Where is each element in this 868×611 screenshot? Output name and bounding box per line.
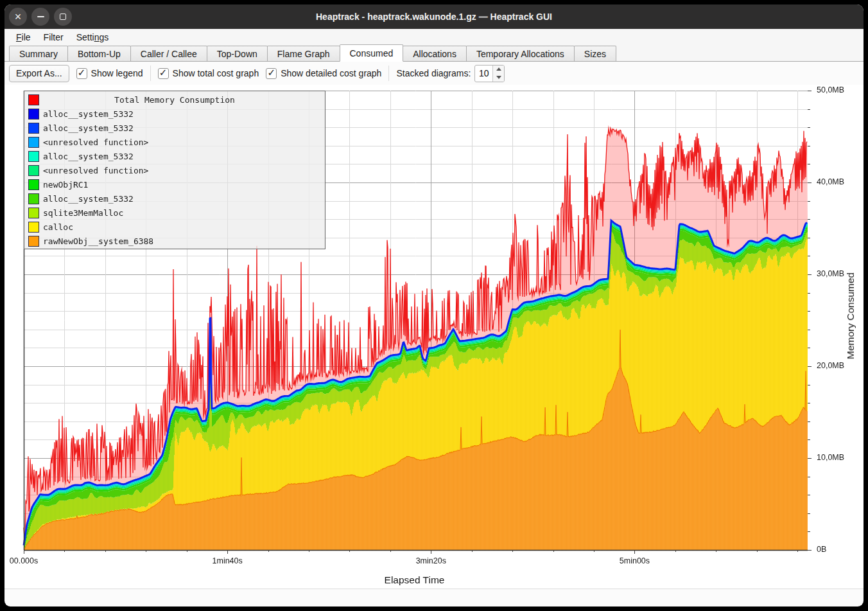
checkbox-box[interactable]: ✓ xyxy=(76,68,87,79)
y-tick-label: 40,0MB xyxy=(817,177,844,186)
chart-legend: Total Memory Consumptionalloc__system_53… xyxy=(24,91,326,249)
legend-item: alloc__system_5332 xyxy=(28,191,325,206)
spin-down-icon[interactable] xyxy=(493,73,504,82)
legend-swatch-icon xyxy=(28,94,39,105)
legend-swatch-icon xyxy=(28,179,39,190)
y-tick-label: 30,0MB xyxy=(817,269,844,278)
legend-swatch-icon xyxy=(28,137,39,148)
checkbox-show-legend[interactable]: ✓Show legend xyxy=(76,68,143,79)
menu-item-filter[interactable]: Filter xyxy=(37,30,70,44)
toolbar: Export As... ✓Show legend✓Show total cos… xyxy=(4,62,864,85)
tab-bottom-up[interactable]: Bottom-Up xyxy=(67,46,131,61)
legend-item: alloc__system_5332 xyxy=(28,121,325,135)
app-window: × Heaptrack - heaptrack.wakunode.1.gz — … xyxy=(4,4,864,607)
legend-item: Total Memory Consumption xyxy=(28,93,325,107)
tab-temporary-allocations[interactable]: Temporary Allocations xyxy=(466,46,575,61)
toolbar-separator xyxy=(388,66,389,81)
window-title: Heaptrack - heaptrack.wakunode.1.gz — He… xyxy=(4,4,864,29)
x-tick-label: 3min20s xyxy=(416,556,446,565)
x-tick-label: 00.000s xyxy=(10,556,38,565)
legend-item-label: sqlite3MemMalloc xyxy=(43,208,123,218)
legend-swatch-icon xyxy=(28,165,39,176)
legend-title: Total Memory Consumption xyxy=(39,95,310,105)
legend-item: rawNewObj__system_6388 xyxy=(28,234,325,248)
legend-item-label: <unresolved function> xyxy=(43,137,148,147)
x-tick-label: 5min00s xyxy=(620,556,650,565)
legend-item: calloc xyxy=(28,220,325,234)
legend-item: sqlite3MemMalloc xyxy=(28,206,325,220)
legend-item: <unresolved function> xyxy=(28,163,325,177)
chart-region: Total Memory Consumptionalloc__system_53… xyxy=(4,85,864,589)
checkbox-show-detailed-cost-graph[interactable]: ✓Show detailed cost graph xyxy=(266,68,381,79)
spin-up-icon[interactable] xyxy=(493,66,504,74)
menu-item-settings[interactable]: Settings xyxy=(70,30,116,44)
legend-item-label: alloc__system_5332 xyxy=(43,194,134,204)
toolbar-separator xyxy=(150,66,151,81)
checkbox-label: Show total cost graph xyxy=(173,68,259,78)
tab-flame-graph[interactable]: Flame Graph xyxy=(267,46,340,61)
legend-item-label: alloc__system_5332 xyxy=(43,109,134,119)
legend-swatch-icon xyxy=(28,109,39,120)
legend-item-label: alloc__system_5332 xyxy=(43,152,134,161)
tab-consumed[interactable]: Consumed xyxy=(340,44,404,62)
legend-item-label: alloc__system_5332 xyxy=(43,123,134,133)
legend-item-label: calloc xyxy=(43,222,73,232)
stacked-diagrams-spinbox[interactable]: 10 xyxy=(474,65,505,82)
export-as-button[interactable]: Export As... xyxy=(9,65,69,82)
stacked-diagrams-label: Stacked diagrams: xyxy=(396,68,471,78)
legend-swatch-icon xyxy=(28,193,39,204)
legend-item: alloc__system_5332 xyxy=(28,149,325,163)
checkbox-box[interactable]: ✓ xyxy=(266,68,277,79)
tab-summary[interactable]: Summary xyxy=(9,46,68,61)
titlebar[interactable]: × Heaptrack - heaptrack.wakunode.1.gz — … xyxy=(4,4,864,29)
tab-caller-callee[interactable]: Caller / Callee xyxy=(130,46,207,61)
legend-swatch-icon xyxy=(28,208,39,218)
legend-item: <unresolved function> xyxy=(28,135,325,149)
y-tick-label: 10,0MB xyxy=(817,453,844,462)
legend-item-label: <unresolved function> xyxy=(43,166,148,175)
y-tick-label: 50,0MB xyxy=(817,85,844,94)
spinbox-value[interactable]: 10 xyxy=(475,66,492,82)
x-tick-label: 1min40s xyxy=(213,556,243,565)
legend-swatch-icon xyxy=(28,151,39,162)
legend-swatch-icon xyxy=(28,123,39,134)
y-axis-title: Memory Consumed xyxy=(845,272,856,359)
tabbar: SummaryBottom-UpCaller / CalleeTop-DownF… xyxy=(4,46,864,62)
y-tick-label: 0B xyxy=(817,545,826,554)
tab-top-down[interactable]: Top-Down xyxy=(207,46,268,61)
legend-item: alloc__system_5332 xyxy=(28,107,325,121)
x-axis-title: Elapsed Time xyxy=(385,574,445,586)
legend-item-label: rawNewObj__system_6388 xyxy=(43,236,153,246)
checkbox-show-total-cost-graph[interactable]: ✓Show total cost graph xyxy=(158,68,259,79)
legend-item: newObjRC1 xyxy=(28,177,325,191)
checkbox-label: Show detailed cost graph xyxy=(281,68,381,78)
tab-sizes[interactable]: Sizes xyxy=(574,46,616,61)
checkbox-label: Show legend xyxy=(91,68,143,78)
legend-item-label: newObjRC1 xyxy=(43,180,88,190)
menu-item-file[interactable]: File xyxy=(10,30,37,44)
legend-swatch-icon xyxy=(28,236,39,247)
y-tick-label: 20,0MB xyxy=(817,361,844,370)
checkbox-box[interactable]: ✓ xyxy=(158,68,169,79)
legend-swatch-icon xyxy=(28,222,39,233)
tab-allocations[interactable]: Allocations xyxy=(403,46,467,61)
menubar: FileFilterSettings xyxy=(4,29,864,46)
